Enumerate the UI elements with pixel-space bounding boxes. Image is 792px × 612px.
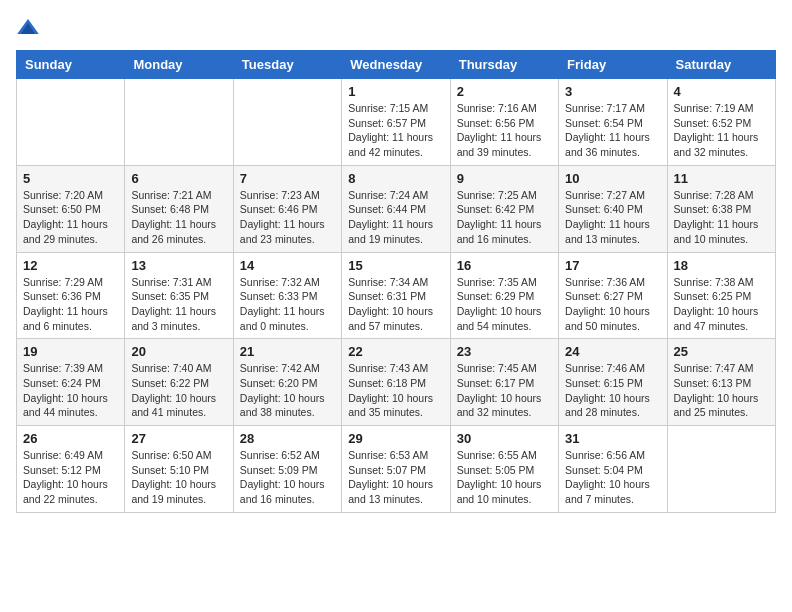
calendar-cell: 30Sunrise: 6:55 AM Sunset: 5:05 PM Dayli… — [450, 426, 558, 513]
day-number: 25 — [674, 344, 769, 359]
weekday-header-tuesday: Tuesday — [233, 51, 341, 79]
day-number: 22 — [348, 344, 443, 359]
calendar-cell: 5Sunrise: 7:20 AM Sunset: 6:50 PM Daylig… — [17, 165, 125, 252]
calendar-cell: 8Sunrise: 7:24 AM Sunset: 6:44 PM Daylig… — [342, 165, 450, 252]
day-info: Sunrise: 7:25 AM Sunset: 6:42 PM Dayligh… — [457, 188, 552, 247]
calendar-cell: 22Sunrise: 7:43 AM Sunset: 6:18 PM Dayli… — [342, 339, 450, 426]
calendar-cell: 24Sunrise: 7:46 AM Sunset: 6:15 PM Dayli… — [559, 339, 667, 426]
day-number: 12 — [23, 258, 118, 273]
day-number: 4 — [674, 84, 769, 99]
day-info: Sunrise: 7:24 AM Sunset: 6:44 PM Dayligh… — [348, 188, 443, 247]
day-info: Sunrise: 7:47 AM Sunset: 6:13 PM Dayligh… — [674, 361, 769, 420]
day-info: Sunrise: 7:36 AM Sunset: 6:27 PM Dayligh… — [565, 275, 660, 334]
day-number: 13 — [131, 258, 226, 273]
weekday-header-friday: Friday — [559, 51, 667, 79]
day-number: 19 — [23, 344, 118, 359]
calendar-cell — [667, 426, 775, 513]
day-info: Sunrise: 7:42 AM Sunset: 6:20 PM Dayligh… — [240, 361, 335, 420]
calendar-table: SundayMondayTuesdayWednesdayThursdayFrid… — [16, 50, 776, 513]
calendar-cell: 19Sunrise: 7:39 AM Sunset: 6:24 PM Dayli… — [17, 339, 125, 426]
day-number: 17 — [565, 258, 660, 273]
day-info: Sunrise: 7:31 AM Sunset: 6:35 PM Dayligh… — [131, 275, 226, 334]
day-info: Sunrise: 7:16 AM Sunset: 6:56 PM Dayligh… — [457, 101, 552, 160]
calendar-cell: 12Sunrise: 7:29 AM Sunset: 6:36 PM Dayli… — [17, 252, 125, 339]
calendar-cell: 31Sunrise: 6:56 AM Sunset: 5:04 PM Dayli… — [559, 426, 667, 513]
calendar-cell: 13Sunrise: 7:31 AM Sunset: 6:35 PM Dayli… — [125, 252, 233, 339]
day-number: 28 — [240, 431, 335, 446]
calendar-cell: 14Sunrise: 7:32 AM Sunset: 6:33 PM Dayli… — [233, 252, 341, 339]
day-number: 14 — [240, 258, 335, 273]
calendar-cell: 28Sunrise: 6:52 AM Sunset: 5:09 PM Dayli… — [233, 426, 341, 513]
calendar-week-row: 19Sunrise: 7:39 AM Sunset: 6:24 PM Dayli… — [17, 339, 776, 426]
day-info: Sunrise: 6:49 AM Sunset: 5:12 PM Dayligh… — [23, 448, 118, 507]
day-number: 8 — [348, 171, 443, 186]
day-number: 23 — [457, 344, 552, 359]
day-info: Sunrise: 7:34 AM Sunset: 6:31 PM Dayligh… — [348, 275, 443, 334]
day-info: Sunrise: 7:20 AM Sunset: 6:50 PM Dayligh… — [23, 188, 118, 247]
day-number: 15 — [348, 258, 443, 273]
calendar-cell — [17, 79, 125, 166]
page-header — [16, 16, 776, 40]
day-number: 5 — [23, 171, 118, 186]
calendar-cell: 20Sunrise: 7:40 AM Sunset: 6:22 PM Dayli… — [125, 339, 233, 426]
day-info: Sunrise: 7:15 AM Sunset: 6:57 PM Dayligh… — [348, 101, 443, 160]
day-number: 29 — [348, 431, 443, 446]
calendar-cell — [125, 79, 233, 166]
logo — [16, 16, 44, 40]
day-number: 10 — [565, 171, 660, 186]
calendar-cell: 7Sunrise: 7:23 AM Sunset: 6:46 PM Daylig… — [233, 165, 341, 252]
day-number: 24 — [565, 344, 660, 359]
weekday-header-sunday: Sunday — [17, 51, 125, 79]
weekday-header-saturday: Saturday — [667, 51, 775, 79]
day-number: 16 — [457, 258, 552, 273]
calendar-cell: 18Sunrise: 7:38 AM Sunset: 6:25 PM Dayli… — [667, 252, 775, 339]
day-info: Sunrise: 6:56 AM Sunset: 5:04 PM Dayligh… — [565, 448, 660, 507]
day-number: 9 — [457, 171, 552, 186]
logo-icon — [16, 16, 40, 40]
day-info: Sunrise: 6:53 AM Sunset: 5:07 PM Dayligh… — [348, 448, 443, 507]
calendar-week-row: 26Sunrise: 6:49 AM Sunset: 5:12 PM Dayli… — [17, 426, 776, 513]
day-number: 20 — [131, 344, 226, 359]
day-info: Sunrise: 7:19 AM Sunset: 6:52 PM Dayligh… — [674, 101, 769, 160]
calendar-cell: 26Sunrise: 6:49 AM Sunset: 5:12 PM Dayli… — [17, 426, 125, 513]
calendar-week-row: 12Sunrise: 7:29 AM Sunset: 6:36 PM Dayli… — [17, 252, 776, 339]
day-info: Sunrise: 7:29 AM Sunset: 6:36 PM Dayligh… — [23, 275, 118, 334]
calendar-cell: 11Sunrise: 7:28 AM Sunset: 6:38 PM Dayli… — [667, 165, 775, 252]
calendar-cell — [233, 79, 341, 166]
day-number: 11 — [674, 171, 769, 186]
day-info: Sunrise: 7:28 AM Sunset: 6:38 PM Dayligh… — [674, 188, 769, 247]
calendar-cell: 6Sunrise: 7:21 AM Sunset: 6:48 PM Daylig… — [125, 165, 233, 252]
calendar-cell: 1Sunrise: 7:15 AM Sunset: 6:57 PM Daylig… — [342, 79, 450, 166]
day-info: Sunrise: 7:40 AM Sunset: 6:22 PM Dayligh… — [131, 361, 226, 420]
calendar-cell: 3Sunrise: 7:17 AM Sunset: 6:54 PM Daylig… — [559, 79, 667, 166]
day-info: Sunrise: 7:39 AM Sunset: 6:24 PM Dayligh… — [23, 361, 118, 420]
day-number: 3 — [565, 84, 660, 99]
calendar-cell: 15Sunrise: 7:34 AM Sunset: 6:31 PM Dayli… — [342, 252, 450, 339]
day-info: Sunrise: 7:21 AM Sunset: 6:48 PM Dayligh… — [131, 188, 226, 247]
calendar-cell: 23Sunrise: 7:45 AM Sunset: 6:17 PM Dayli… — [450, 339, 558, 426]
day-info: Sunrise: 7:23 AM Sunset: 6:46 PM Dayligh… — [240, 188, 335, 247]
day-info: Sunrise: 7:46 AM Sunset: 6:15 PM Dayligh… — [565, 361, 660, 420]
weekday-header-thursday: Thursday — [450, 51, 558, 79]
weekday-header-monday: Monday — [125, 51, 233, 79]
calendar-cell: 4Sunrise: 7:19 AM Sunset: 6:52 PM Daylig… — [667, 79, 775, 166]
day-number: 18 — [674, 258, 769, 273]
day-info: Sunrise: 7:17 AM Sunset: 6:54 PM Dayligh… — [565, 101, 660, 160]
calendar-cell: 10Sunrise: 7:27 AM Sunset: 6:40 PM Dayli… — [559, 165, 667, 252]
day-info: Sunrise: 7:32 AM Sunset: 6:33 PM Dayligh… — [240, 275, 335, 334]
day-info: Sunrise: 7:45 AM Sunset: 6:17 PM Dayligh… — [457, 361, 552, 420]
day-number: 27 — [131, 431, 226, 446]
day-number: 6 — [131, 171, 226, 186]
calendar-cell: 25Sunrise: 7:47 AM Sunset: 6:13 PM Dayli… — [667, 339, 775, 426]
calendar-cell: 9Sunrise: 7:25 AM Sunset: 6:42 PM Daylig… — [450, 165, 558, 252]
day-number: 31 — [565, 431, 660, 446]
day-info: Sunrise: 6:52 AM Sunset: 5:09 PM Dayligh… — [240, 448, 335, 507]
calendar-cell: 27Sunrise: 6:50 AM Sunset: 5:10 PM Dayli… — [125, 426, 233, 513]
day-number: 21 — [240, 344, 335, 359]
day-info: Sunrise: 6:50 AM Sunset: 5:10 PM Dayligh… — [131, 448, 226, 507]
weekday-header-wednesday: Wednesday — [342, 51, 450, 79]
day-number: 7 — [240, 171, 335, 186]
calendar-week-row: 5Sunrise: 7:20 AM Sunset: 6:50 PM Daylig… — [17, 165, 776, 252]
day-info: Sunrise: 7:38 AM Sunset: 6:25 PM Dayligh… — [674, 275, 769, 334]
calendar-week-row: 1Sunrise: 7:15 AM Sunset: 6:57 PM Daylig… — [17, 79, 776, 166]
